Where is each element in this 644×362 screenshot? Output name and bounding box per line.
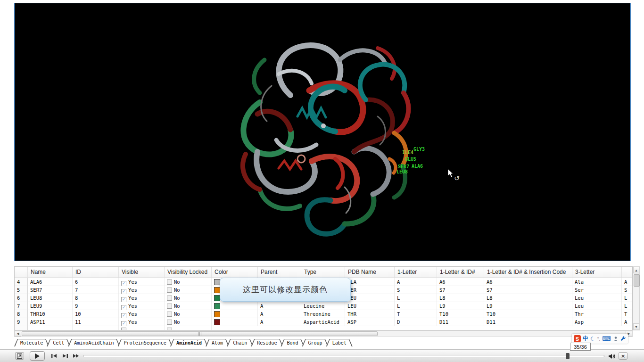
checkbox-checked-icon[interactable]: ✓ (121, 297, 126, 302)
tab-bond[interactable]: Bond (281, 339, 304, 346)
column-header[interactable]: ID (73, 267, 119, 278)
scroll-down-button[interactable]: ▼ (633, 323, 639, 330)
previous-frame-button[interactable] (50, 353, 59, 359)
column-header[interactable]: Visibility Locked (165, 267, 212, 278)
cell-1letter: S (395, 286, 437, 294)
checkbox-checked-icon[interactable]: ✓ (121, 289, 126, 294)
tab-cell[interactable]: Cell (47, 339, 70, 346)
scroll-up-button[interactable]: ▲ (633, 267, 639, 273)
tab-aminoacid[interactable]: AminoAcid (170, 339, 208, 346)
keyboard-icon[interactable]: ⌨ (602, 335, 611, 342)
user-icon[interactable] (613, 335, 619, 342)
ime-toolbar[interactable]: S 中 ☾ °, ⌨ (572, 334, 628, 344)
cell-visible[interactable]: ✓Yes (119, 318, 165, 326)
checkbox-checked-icon[interactable]: ✓ (121, 305, 126, 310)
cell-visible[interactable]: ✓Yes (119, 278, 165, 286)
checkbox-checked-icon[interactable]: ✓ (121, 321, 126, 326)
tab-label[interactable]: Label (326, 339, 353, 346)
checkbox-unchecked-icon[interactable] (167, 280, 172, 285)
cell-visibility-locked[interactable]: No (165, 294, 212, 302)
cell-visible[interactable]: ✓Yes (119, 286, 165, 294)
play-button[interactable] (30, 351, 45, 361)
column-header[interactable]: PDB Name (345, 267, 395, 278)
table-row[interactable]: 9ASP1111✓YesNoAAsparticAcidASPDD11D11Asp… (15, 318, 632, 326)
tab-aminoacidchain[interactable]: AminoAcidChain (68, 339, 120, 346)
tab-atom[interactable]: Atom (206, 339, 229, 346)
seek-thumb[interactable] (566, 353, 570, 359)
cell-visibility-locked[interactable]: No (165, 278, 212, 286)
color-swatch[interactable] (214, 303, 220, 309)
cell-1letter: A (395, 278, 437, 286)
chinese-mode-icon[interactable]: 中 (583, 335, 588, 342)
tab-chain[interactable]: Chain (227, 339, 253, 346)
column-header[interactable]: 3-Letter (572, 267, 622, 278)
scroll-left-button[interactable]: ◀ (15, 331, 21, 337)
cell-color[interactable] (212, 310, 258, 318)
vertical-scroll-thumb[interactable] (634, 274, 640, 287)
cell-color[interactable] (212, 302, 258, 310)
column-header[interactable]: 1-Letter & ID# & Insertion Code (484, 267, 572, 278)
cell-visibility-locked[interactable]: No (165, 302, 212, 310)
color-swatch[interactable] (214, 311, 220, 317)
tab-residue[interactable]: Residue (251, 339, 283, 346)
column-header[interactable]: Type (301, 267, 345, 278)
table-row[interactable] (15, 326, 632, 330)
column-header[interactable]: Visible (119, 267, 165, 278)
cell-visible[interactable]: ✓Yes (119, 302, 165, 310)
checkbox-unchecked-icon[interactable] (167, 312, 172, 317)
fast-forward-button[interactable] (71, 353, 81, 359)
checkbox-unchecked-icon[interactable] (167, 288, 172, 293)
tab-group[interactable]: Group (302, 339, 329, 346)
cell-pdb-name: THR (345, 310, 395, 318)
checkbox-label: No (174, 279, 180, 285)
checkbox-unchecked-icon[interactable] (167, 296, 172, 301)
table-row[interactable]: 8THR1010✓YesNoAThreonineTHRTT10T10ThrT (15, 310, 632, 318)
table-row[interactable]: 7LEU99✓YesNoALeucineLEULL9L9LeuL (15, 302, 632, 310)
cell-visibility-locked[interactable] (165, 326, 212, 330)
cell-visibility-locked[interactable]: No (165, 318, 212, 326)
column-header[interactable] (622, 267, 633, 278)
column-header[interactable]: Parent (258, 267, 301, 278)
cell-visible[interactable]: ✓Yes (119, 294, 165, 302)
vertical-scrollbar[interactable]: ▲ ▼ (633, 266, 640, 330)
column-header[interactable]: 1-Letter (395, 267, 437, 278)
color-swatch[interactable] (214, 319, 220, 325)
column-header[interactable]: 1-Letter & ID# (437, 267, 484, 278)
cell-1letter: D (395, 318, 437, 326)
cell-1letter-id-ins: S7 (484, 286, 572, 294)
cell-visibility-locked[interactable]: No (165, 310, 212, 318)
cell-visible[interactable]: ✓Yes (119, 310, 165, 318)
cell-visibility-locked[interactable]: No (165, 286, 212, 294)
seek-bar[interactable] (83, 355, 604, 357)
volume-icon[interactable] (608, 353, 616, 359)
checkbox-checked-icon[interactable]: ✓ (121, 281, 126, 286)
column-header[interactable]: Color (212, 267, 258, 278)
tab-molecule[interactable]: Molecule (14, 339, 49, 346)
horizontal-scrollbar[interactable]: ◀ ▶ (14, 330, 633, 337)
cell-name: ALA6 (28, 278, 73, 286)
checkbox-unchecked-icon[interactable] (167, 320, 172, 325)
column-header[interactable] (15, 267, 28, 278)
fullwidth-moon-icon[interactable]: ☾ (590, 335, 595, 342)
residue-label: LEU8 (396, 169, 408, 174)
tab-proteinsequence[interactable]: ProteinSequence (118, 339, 173, 346)
checkbox-label: No (174, 287, 180, 293)
column-header[interactable]: Name (28, 267, 73, 278)
close-button[interactable]: × (619, 352, 627, 360)
row-number: 5 (15, 286, 28, 294)
checkbox-unchecked-icon[interactable] (167, 304, 172, 309)
cell-visible[interactable] (119, 326, 165, 330)
cell-pdb-name: LEU (345, 302, 395, 310)
punctuation-icon[interactable]: °, (597, 335, 600, 342)
protein-ribbon (15, 3, 631, 262)
popout-button[interactable] (15, 352, 24, 360)
checkbox-checked-icon[interactable]: ✓ (121, 313, 126, 318)
cell-color[interactable] (212, 318, 258, 326)
wrench-icon[interactable] (620, 335, 626, 342)
next-frame-button[interactable] (60, 353, 70, 359)
cell-name: LEU9 (28, 302, 73, 310)
sogou-logo-icon[interactable]: S (574, 335, 581, 342)
horizontal-scroll-thumb[interactable] (22, 331, 378, 336)
tab-label: Chain (233, 340, 247, 346)
molecule-viewport[interactable]: GLY3ILE4GLU5SER7ALA6LEU8 ↺ (14, 3, 631, 261)
